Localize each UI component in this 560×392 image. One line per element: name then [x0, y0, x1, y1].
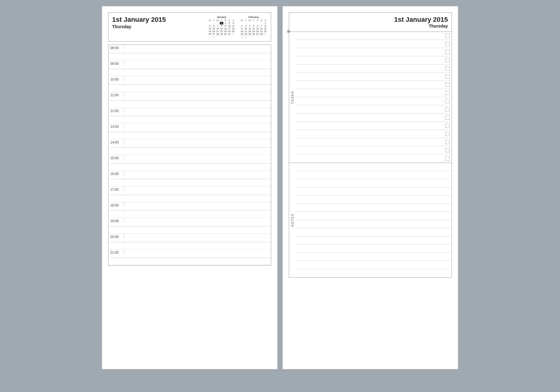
time-row[interactable]: 15:00: [108, 155, 271, 163]
half-time-row[interactable]: [108, 226, 271, 234]
jan-col-t: T: [212, 19, 216, 22]
half-time-row[interactable]: [108, 100, 271, 108]
time-row[interactable]: 13:00: [108, 124, 271, 132]
cal-cell: 2: [240, 25, 244, 27]
task-checkbox[interactable]: [445, 156, 450, 161]
task-row[interactable]: [296, 81, 452, 89]
task-checkbox[interactable]: [445, 74, 450, 79]
note-row[interactable]: [296, 179, 452, 187]
time-row[interactable]: 17:00: [108, 186, 271, 195]
notes-rows: [296, 163, 452, 277]
half-time-row[interactable]: [108, 69, 271, 76]
half-time-row[interactable]: [108, 195, 271, 202]
task-row[interactable]: [296, 154, 452, 163]
time-row[interactable]: 21:00: [108, 249, 271, 258]
cal-cell: 4: [248, 25, 252, 27]
note-row[interactable]: [296, 236, 452, 245]
half-time-row[interactable]: [108, 116, 271, 124]
task-row[interactable]: [296, 105, 452, 114]
time-row[interactable]: 18:00: [108, 202, 271, 211]
half-time-row[interactable]: [108, 179, 271, 186]
note-row[interactable]: [296, 253, 452, 261]
note-row[interactable]: [296, 163, 452, 171]
note-row[interactable]: [296, 171, 452, 179]
task-row[interactable]: [296, 56, 452, 64]
task-row[interactable]: [296, 122, 452, 130]
cal-cell: [244, 22, 248, 25]
task-checkbox[interactable]: [445, 115, 450, 120]
time-row[interactable]: 20:00: [108, 234, 271, 242]
january-mini-cal: January M T W T F S S: [208, 16, 235, 38]
cal-cell: [227, 35, 231, 38]
note-row[interactable]: [296, 245, 452, 253]
cal-cell: [216, 22, 220, 25]
half-time-row[interactable]: [108, 211, 271, 218]
time-row[interactable]: 19:00: [108, 218, 271, 226]
task-checkbox[interactable]: [445, 140, 450, 144]
time-row[interactable]: 14:00: [108, 139, 271, 148]
task-checkbox[interactable]: [445, 58, 450, 62]
cal-cell: 7: [259, 25, 263, 27]
note-row[interactable]: [296, 212, 452, 220]
time-row[interactable]: 10:00: [108, 76, 271, 85]
task-row[interactable]: [296, 97, 452, 105]
half-time-row[interactable]: [108, 85, 271, 92]
task-row[interactable]: [296, 138, 452, 146]
task-checkbox[interactable]: [445, 124, 450, 128]
task-row[interactable]: [296, 64, 452, 73]
feb-cal-title: February: [240, 16, 267, 18]
task-checkbox[interactable]: [445, 50, 450, 54]
half-time-row[interactable]: [108, 148, 271, 155]
half-time-row[interactable]: [108, 163, 271, 171]
half-time-row[interactable]: [108, 242, 271, 249]
task-row[interactable]: [296, 48, 452, 56]
cal-cell: –: [208, 35, 212, 38]
cal-cell: –: [231, 33, 235, 35]
cal-cell: [212, 22, 216, 25]
cal-cell: 28: [259, 33, 263, 35]
task-checkbox[interactable]: [445, 42, 450, 46]
task-row[interactable]: [296, 130, 452, 138]
task-checkbox[interactable]: [445, 107, 450, 111]
feb-col-w: W: [248, 19, 252, 22]
task-checkbox[interactable]: [445, 66, 450, 71]
cal-cell: –: [212, 35, 216, 38]
time-label: 09:00: [108, 61, 124, 65]
time-row[interactable]: 08:00: [108, 45, 271, 53]
time-row[interactable]: 16:00: [108, 171, 271, 179]
task-checkbox[interactable]: [445, 83, 450, 87]
note-row[interactable]: [296, 261, 452, 269]
task-checkbox[interactable]: [445, 34, 450, 38]
note-row[interactable]: [296, 196, 452, 204]
task-row[interactable]: [296, 40, 452, 48]
cal-cell: [259, 35, 263, 38]
cal-cell: 20: [212, 30, 216, 33]
task-row[interactable]: [296, 146, 452, 154]
task-row[interactable]: [296, 89, 452, 97]
time-row[interactable]: 11:00: [108, 92, 271, 100]
half-time-row[interactable]: [108, 53, 271, 61]
task-checkbox[interactable]: [445, 99, 450, 103]
task-checkbox[interactable]: [445, 148, 450, 152]
cal-cell: 29: [220, 33, 224, 35]
cal-cell: 18: [231, 27, 235, 30]
half-time-row[interactable]: [108, 258, 271, 265]
half-time-row[interactable]: [108, 132, 271, 139]
note-row[interactable]: [296, 228, 452, 236]
cal-cell: 13: [255, 27, 259, 30]
note-row[interactable]: [296, 269, 452, 277]
task-checkbox[interactable]: [445, 91, 450, 95]
task-checkbox[interactable]: [445, 132, 450, 136]
task-row[interactable]: [296, 114, 452, 122]
note-row[interactable]: [296, 220, 452, 228]
half-time-label: [108, 100, 124, 102]
task-row[interactable]: [296, 32, 452, 40]
note-row[interactable]: [296, 187, 452, 196]
note-row[interactable]: [296, 204, 452, 212]
time-label: 16:00: [108, 171, 124, 176]
time-row[interactable]: 09:00: [108, 61, 271, 69]
task-row[interactable]: [296, 73, 452, 81]
half-time-label: [108, 85, 124, 86]
cal-cell: 10: [244, 27, 248, 30]
time-row[interactable]: 12:00: [108, 108, 271, 116]
